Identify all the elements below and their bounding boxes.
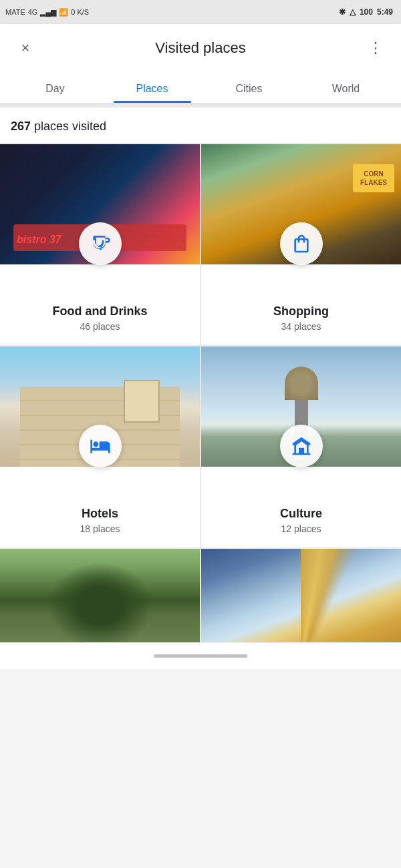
time-label: 5:49 xyxy=(377,7,393,17)
category-card-entertainment[interactable] xyxy=(201,549,401,642)
category-card-culture[interactable]: Culture 12 places xyxy=(201,347,401,548)
status-left: MATE 4G ▂▄▆ 📶 0 K/S xyxy=(5,8,89,17)
battery-label: 100 xyxy=(360,7,373,17)
tab-bar: Day Places Cities World xyxy=(0,72,401,103)
shopping-bag-icon xyxy=(291,233,312,254)
wifi-icon: 📶 xyxy=(59,8,68,17)
card-count-food: 46 places xyxy=(11,321,189,332)
tab-world[interactable]: World xyxy=(297,72,394,103)
category-card-shopping[interactable]: Shopping 34 places xyxy=(201,144,401,345)
museum-icon xyxy=(291,435,312,457)
category-card-food-drinks[interactable]: Food and Drinks 46 places xyxy=(0,144,200,345)
card-name-shopping: Shopping xyxy=(212,304,390,318)
tab-day[interactable]: Day xyxy=(7,72,104,103)
card-icon-wrap-culture xyxy=(280,425,323,467)
card-image-nature xyxy=(0,549,200,642)
card-info-hotels: Hotels 18 places xyxy=(0,467,200,548)
data-speed: 0 K/S xyxy=(71,8,89,16)
card-info-culture: Culture 12 places xyxy=(201,467,401,548)
card-image-entertainment xyxy=(201,549,401,642)
carrier-label: MATE xyxy=(5,8,25,16)
location-icon: △ xyxy=(350,7,356,17)
tab-cities[interactable]: Cities xyxy=(200,72,297,103)
home-bar xyxy=(154,654,247,658)
page-title: Visited places xyxy=(39,39,362,57)
app-header: × Visited places ⋮ xyxy=(0,24,401,72)
content-area: 267 places visited Food and Drinks 46 pl… xyxy=(0,103,401,642)
places-count-label: 267 places visited xyxy=(0,107,401,143)
card-count-hotels: 18 places xyxy=(11,523,189,534)
card-name-food: Food and Drinks xyxy=(11,304,189,318)
places-number: 267 xyxy=(11,120,31,133)
categories-grid: Food and Drinks 46 places Shopping 34 pl… xyxy=(0,143,401,642)
card-icon-wrap-food xyxy=(79,222,122,265)
tab-places[interactable]: Places xyxy=(104,72,200,103)
signal-label: 4G xyxy=(28,8,38,16)
places-label: places visited xyxy=(34,120,106,133)
card-icon-wrap-hotels xyxy=(79,425,122,467)
category-card-hotels[interactable]: Hotels 18 places xyxy=(0,347,200,548)
card-icon-wrap-shopping xyxy=(280,222,323,265)
bluetooth-icon: ✱ xyxy=(339,7,346,17)
card-name-culture: Culture xyxy=(212,507,390,521)
more-options-button[interactable]: ⋮ xyxy=(362,39,389,57)
hotel-icon xyxy=(90,435,111,457)
category-card-nature[interactable] xyxy=(0,549,200,642)
card-count-shopping: 34 places xyxy=(212,321,390,332)
signal-bars: ▂▄▆ xyxy=(40,8,56,17)
card-info-food: Food and Drinks 46 places xyxy=(0,264,200,345)
card-info-shopping: Shopping 34 places xyxy=(201,264,401,345)
card-count-culture: 12 places xyxy=(212,523,390,534)
coffee-icon xyxy=(90,233,111,254)
status-right: ✱ △ 100 5:49 xyxy=(339,7,393,17)
close-button[interactable]: × xyxy=(12,39,39,57)
home-indicator xyxy=(0,642,401,669)
status-bar: MATE 4G ▂▄▆ 📶 0 K/S ✱ △ 100 5:49 xyxy=(0,0,401,24)
card-name-hotels: Hotels xyxy=(11,507,189,521)
